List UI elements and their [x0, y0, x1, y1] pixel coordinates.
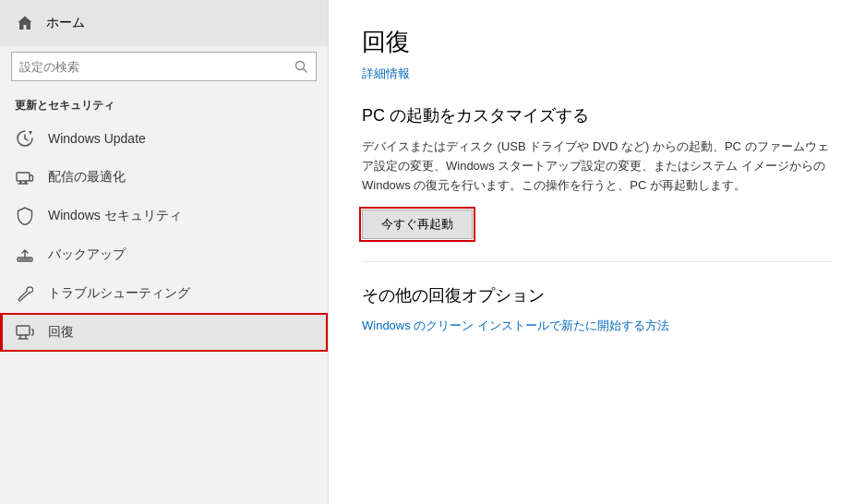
sidebar-item-windows-security[interactable]: Windows セキュリティ — [0, 197, 328, 235]
sidebar-item-label: バックアップ — [48, 246, 126, 263]
svg-rect-6 — [17, 326, 30, 335]
shield-icon — [15, 206, 35, 226]
restart-now-button[interactable]: 今すぐ再起動 — [362, 210, 473, 239]
svg-line-1 — [304, 69, 307, 73]
update-icon — [15, 128, 35, 149]
backup-icon — [15, 245, 35, 265]
sidebar-item-delivery-optimization[interactable]: 配信の最適化 — [0, 158, 328, 197]
sidebar-item-label: トラブルシューティング — [48, 285, 190, 302]
other-options-title: その他の回復オプション — [362, 284, 832, 306]
search-box[interactable] — [11, 52, 317, 81]
clean-install-link[interactable]: Windows のクリーン インストールで新たに開始する方法 — [362, 318, 669, 332]
section-divider — [362, 261, 832, 262]
svg-point-3 — [20, 182, 22, 184]
svg-rect-2 — [17, 173, 30, 181]
sidebar-item-label: 配信の最適化 — [48, 169, 126, 186]
home-icon — [15, 13, 35, 33]
sidebar-item-label: Windows セキュリティ — [48, 208, 182, 224]
page-title: 回復 — [362, 26, 832, 58]
delivery-icon — [15, 167, 35, 187]
sidebar-item-backup[interactable]: バックアップ — [0, 235, 328, 274]
sidebar-item-label: Windows Update — [48, 131, 146, 146]
recovery-icon — [15, 322, 35, 342]
main-content: 回復 詳細情報 PC の起動をカスタマイズする デバイスまたはディスク (USB… — [329, 0, 865, 504]
sidebar-item-label: 回復 — [48, 324, 74, 341]
sidebar-item-recovery[interactable]: 回復 — [0, 313, 328, 352]
sidebar-item-windows-update[interactable]: Windows Update — [0, 119, 328, 158]
pc-customize-title: PC の起動をカスタマイズする — [362, 104, 832, 126]
pc-customize-desc: デバイスまたはディスク (USB ドライブや DVD など) からの起動、PC … — [362, 138, 832, 195]
search-icon — [294, 59, 308, 74]
section-title: 更新とセキュリティ — [0, 90, 328, 119]
detail-info-link[interactable]: 詳細情報 — [362, 66, 410, 82]
sidebar-home[interactable]: ホーム — [0, 0, 328, 46]
wrench-icon — [15, 283, 35, 304]
svg-point-4 — [25, 182, 27, 184]
sidebar: ホーム 更新とセキュリティ Windows Update — [0, 0, 329, 504]
home-label: ホーム — [46, 15, 85, 31]
search-input[interactable] — [19, 60, 294, 74]
sidebar-item-troubleshoot[interactable]: トラブルシューティング — [0, 274, 328, 313]
